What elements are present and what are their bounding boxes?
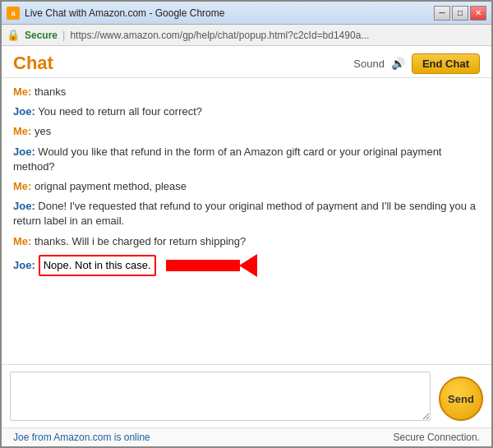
message-text: Would you like that refund in the form o…	[13, 145, 441, 173]
chat-input[interactable]	[10, 372, 431, 421]
message-sender: Joe:	[13, 200, 38, 212]
header-right: Sound 🔊 End Chat	[353, 53, 480, 74]
message-sender: Me:	[13, 180, 35, 192]
message-line: Joe: You need to return all four correct…	[13, 104, 480, 119]
message-sender: Me:	[13, 125, 35, 137]
secure-label: Secure	[25, 30, 58, 41]
message-text: thanks	[35, 85, 66, 98]
sound-icon: 🔊	[391, 57, 405, 70]
message-line: Me: yes	[13, 124, 480, 139]
highlighted-message-text: Nope. Not in this case.	[39, 255, 156, 276]
message-sender: Joe:	[13, 258, 35, 273]
close-button[interactable]: ✕	[470, 6, 486, 21]
message-text: Done! I've requested that refund to your…	[13, 200, 476, 227]
messages-area: Me: thanksJoe: You need to return all fo…	[2, 78, 491, 364]
send-button[interactable]: Send	[439, 376, 483, 421]
message-text: orignal payment method, please	[35, 180, 187, 192]
minimize-button[interactable]: ─	[434, 6, 450, 21]
lock-icon: 🔒	[7, 29, 20, 41]
message-text: thanks. Will i be charged for return shi…	[35, 235, 246, 247]
url-bar[interactable]: https://www.amazon.com/gp/help/chat/popu…	[70, 30, 486, 41]
message-line: Joe: Would you like that refund in the f…	[13, 145, 480, 174]
chat-title: Chat	[13, 53, 53, 74]
message-sender: Joe:	[13, 145, 38, 158]
window-title: Live Chat with Amazon.com - Google Chrom…	[25, 7, 434, 19]
footer-secure-label: Secure Connection.	[394, 432, 480, 443]
sound-label: Sound	[353, 58, 385, 70]
end-chat-button[interactable]: End Chat	[412, 53, 480, 74]
chat-container: Chat Sound 🔊 End Chat Me: thanksJoe: You…	[2, 46, 491, 446]
address-bar: 🔒 Secure | https://www.amazon.com/gp/hel…	[2, 25, 491, 46]
highlighted-message-row: Joe: Nope. Not in this case.	[13, 254, 480, 277]
window-controls: ─ □ ✕	[434, 6, 486, 21]
message-sender: Me:	[13, 235, 35, 247]
chat-footer: Joe from Amazon.com is online Secure Con…	[2, 427, 491, 446]
title-bar: a Live Chat with Amazon.com - Google Chr…	[2, 2, 491, 25]
message-sender: Me:	[13, 85, 35, 98]
message-line: Me: orignal payment method, please	[13, 179, 480, 194]
message-text: yes	[35, 125, 51, 137]
chat-header: Chat Sound 🔊 End Chat	[2, 46, 491, 78]
footer-agent-status: Joe from Amazon.com is online	[13, 432, 150, 443]
message-text: You need to return all four correct?	[38, 105, 202, 118]
message-line: Me: thanks	[13, 85, 480, 99]
input-area: Send	[2, 364, 491, 427]
browser-window: a Live Chat with Amazon.com - Google Chr…	[0, 0, 493, 448]
maximize-button[interactable]: □	[452, 6, 468, 21]
browser-icon: a	[7, 7, 20, 20]
red-arrow-icon	[166, 254, 257, 277]
message-line: Me: thanks. Will i be charged for return…	[13, 234, 480, 249]
message-line: Joe: Done! I've requested that refund to…	[13, 199, 480, 229]
message-line: Joe: Nope. Not in this case.	[13, 254, 480, 277]
message-sender: Joe:	[13, 105, 38, 118]
